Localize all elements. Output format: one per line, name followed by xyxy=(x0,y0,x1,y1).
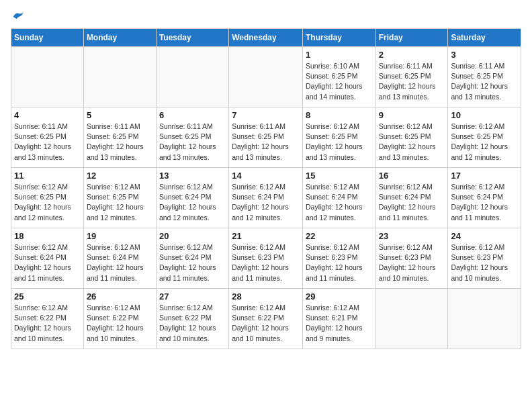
day-number: 18 xyxy=(14,231,81,241)
day-number: 7 xyxy=(232,110,300,120)
day-info: Sunrise: 6:12 AMSunset: 6:24 PMDaylight:… xyxy=(379,182,445,223)
calendar-day-cell: 6Sunrise: 6:11 AMSunset: 6:25 PMDaylight… xyxy=(156,107,228,168)
day-number: 10 xyxy=(451,110,518,120)
day-number: 5 xyxy=(87,110,153,120)
day-number: 2 xyxy=(379,50,445,60)
day-number: 1 xyxy=(306,50,373,60)
day-info: Sunrise: 6:12 AMSunset: 6:22 PMDaylight:… xyxy=(159,303,226,344)
calendar-day-cell: 5Sunrise: 6:11 AMSunset: 6:25 PMDaylight… xyxy=(83,107,156,168)
day-info: Sunrise: 6:12 AMSunset: 6:25 PMDaylight:… xyxy=(379,122,445,163)
day-number: 16 xyxy=(379,171,445,181)
day-info: Sunrise: 6:11 AMSunset: 6:25 PMDaylight:… xyxy=(232,122,300,163)
day-info: Sunrise: 6:12 AMSunset: 6:25 PMDaylight:… xyxy=(306,122,373,163)
calendar-day-cell: 8Sunrise: 6:12 AMSunset: 6:25 PMDaylight… xyxy=(302,107,375,168)
day-info: Sunrise: 6:12 AMSunset: 6:24 PMDaylight:… xyxy=(14,242,81,283)
day-info: Sunrise: 6:11 AMSunset: 6:25 PMDaylight:… xyxy=(379,61,445,102)
logo-bird-icon xyxy=(12,11,26,23)
calendar-day-cell: 18Sunrise: 6:12 AMSunset: 6:24 PMDayligh… xyxy=(11,228,84,289)
day-number: 20 xyxy=(159,231,226,241)
calendar-week-row: 25Sunrise: 6:12 AMSunset: 6:22 PMDayligh… xyxy=(11,289,521,349)
day-number: 6 xyxy=(159,110,226,120)
day-number: 23 xyxy=(379,231,445,241)
day-number: 25 xyxy=(14,291,81,302)
day-info: Sunrise: 6:12 AMSunset: 6:21 PMDaylight:… xyxy=(306,303,373,344)
day-info: Sunrise: 6:11 AMSunset: 6:25 PMDaylight:… xyxy=(451,61,518,102)
day-info: Sunrise: 6:12 AMSunset: 6:22 PMDaylight:… xyxy=(232,303,300,344)
day-info: Sunrise: 6:12 AMSunset: 6:25 PMDaylight:… xyxy=(14,182,81,223)
day-info: Sunrise: 6:11 AMSunset: 6:25 PMDaylight:… xyxy=(159,122,226,163)
calendar-day-cell: 27Sunrise: 6:12 AMSunset: 6:22 PMDayligh… xyxy=(156,289,228,349)
day-info: Sunrise: 6:12 AMSunset: 6:22 PMDaylight:… xyxy=(87,303,153,344)
calendar-day-cell: 12Sunrise: 6:12 AMSunset: 6:25 PMDayligh… xyxy=(83,168,156,228)
day-info: Sunrise: 6:12 AMSunset: 6:24 PMDaylight:… xyxy=(159,182,226,223)
calendar-day-cell: 20Sunrise: 6:12 AMSunset: 6:24 PMDayligh… xyxy=(156,228,228,289)
day-number: 9 xyxy=(379,110,445,120)
days-header-row: SundayMondayTuesdayWednesdayThursdayFrid… xyxy=(11,29,521,47)
calendar-day-cell xyxy=(375,289,448,349)
day-number: 27 xyxy=(159,291,226,302)
day-number: 15 xyxy=(306,171,373,181)
calendar-day-cell: 23Sunrise: 6:12 AMSunset: 6:23 PMDayligh… xyxy=(375,228,448,289)
day-number: 19 xyxy=(87,231,153,241)
calendar-day-cell: 2Sunrise: 6:11 AMSunset: 6:25 PMDaylight… xyxy=(375,47,448,107)
calendar-week-row: 18Sunrise: 6:12 AMSunset: 6:24 PMDayligh… xyxy=(11,228,521,289)
calendar-day-cell xyxy=(11,47,84,107)
calendar-day-cell: 24Sunrise: 6:12 AMSunset: 6:23 PMDayligh… xyxy=(448,228,521,289)
calendar-day-cell: 14Sunrise: 6:12 AMSunset: 6:24 PMDayligh… xyxy=(229,168,303,228)
day-info: Sunrise: 6:12 AMSunset: 6:24 PMDaylight:… xyxy=(451,182,518,223)
day-info: Sunrise: 6:12 AMSunset: 6:24 PMDaylight:… xyxy=(306,182,373,223)
calendar-day-cell xyxy=(229,47,303,107)
calendar-day-cell xyxy=(83,47,156,107)
day-of-week-header: Tuesday xyxy=(156,29,228,47)
calendar-day-cell: 11Sunrise: 6:12 AMSunset: 6:25 PMDayligh… xyxy=(11,168,84,228)
day-info: Sunrise: 6:12 AMSunset: 6:23 PMDaylight:… xyxy=(232,242,300,283)
day-number: 29 xyxy=(306,291,373,302)
day-number: 14 xyxy=(232,171,300,181)
calendar-day-cell xyxy=(448,289,521,349)
day-number: 24 xyxy=(451,231,518,241)
calendar-day-cell: 13Sunrise: 6:12 AMSunset: 6:24 PMDayligh… xyxy=(156,168,228,228)
day-info: Sunrise: 6:12 AMSunset: 6:24 PMDaylight:… xyxy=(87,242,153,283)
day-number: 26 xyxy=(87,291,153,302)
day-info: Sunrise: 6:11 AMSunset: 6:25 PMDaylight:… xyxy=(14,122,81,163)
day-number: 11 xyxy=(14,171,81,181)
day-info: Sunrise: 6:12 AMSunset: 6:24 PMDaylight:… xyxy=(159,242,226,283)
day-info: Sunrise: 6:12 AMSunset: 6:25 PMDaylight:… xyxy=(87,182,153,223)
day-of-week-header: Saturday xyxy=(448,29,521,47)
calendar-day-cell: 16Sunrise: 6:12 AMSunset: 6:24 PMDayligh… xyxy=(375,168,448,228)
calendar-table: SundayMondayTuesdayWednesdayThursdayFrid… xyxy=(11,28,521,349)
logo xyxy=(11,11,26,23)
calendar-week-row: 11Sunrise: 6:12 AMSunset: 6:25 PMDayligh… xyxy=(11,168,521,228)
calendar-day-cell: 19Sunrise: 6:12 AMSunset: 6:24 PMDayligh… xyxy=(83,228,156,289)
day-number: 21 xyxy=(232,231,300,241)
day-number: 3 xyxy=(451,50,518,60)
calendar-day-cell: 28Sunrise: 6:12 AMSunset: 6:22 PMDayligh… xyxy=(229,289,303,349)
day-info: Sunrise: 6:12 AMSunset: 6:25 PMDaylight:… xyxy=(451,122,518,163)
day-number: 28 xyxy=(232,291,300,302)
day-of-week-header: Wednesday xyxy=(229,29,303,47)
day-info: Sunrise: 6:12 AMSunset: 6:23 PMDaylight:… xyxy=(451,242,518,283)
day-info: Sunrise: 6:12 AMSunset: 6:24 PMDaylight:… xyxy=(232,182,300,223)
calendar-day-cell: 3Sunrise: 6:11 AMSunset: 6:25 PMDaylight… xyxy=(448,47,521,107)
calendar-day-cell: 21Sunrise: 6:12 AMSunset: 6:23 PMDayligh… xyxy=(229,228,303,289)
calendar-day-cell xyxy=(156,47,228,107)
day-info: Sunrise: 6:11 AMSunset: 6:25 PMDaylight:… xyxy=(87,122,153,163)
day-number: 4 xyxy=(14,110,81,120)
calendar-day-cell: 29Sunrise: 6:12 AMSunset: 6:21 PMDayligh… xyxy=(302,289,375,349)
calendar-day-cell: 7Sunrise: 6:11 AMSunset: 6:25 PMDaylight… xyxy=(229,107,303,168)
day-info: Sunrise: 6:10 AMSunset: 6:25 PMDaylight:… xyxy=(306,61,373,102)
day-number: 17 xyxy=(451,171,518,181)
day-info: Sunrise: 6:12 AMSunset: 6:23 PMDaylight:… xyxy=(306,242,373,283)
day-of-week-header: Sunday xyxy=(11,29,84,47)
calendar-week-row: 4Sunrise: 6:11 AMSunset: 6:25 PMDaylight… xyxy=(11,107,521,168)
day-number: 13 xyxy=(159,171,226,181)
day-info: Sunrise: 6:12 AMSunset: 6:22 PMDaylight:… xyxy=(14,303,81,344)
calendar-day-cell: 9Sunrise: 6:12 AMSunset: 6:25 PMDaylight… xyxy=(375,107,448,168)
calendar-day-cell: 17Sunrise: 6:12 AMSunset: 6:24 PMDayligh… xyxy=(448,168,521,228)
day-of-week-header: Monday xyxy=(83,29,156,47)
day-number: 12 xyxy=(87,171,153,181)
day-number: 22 xyxy=(306,231,373,241)
calendar-day-cell: 22Sunrise: 6:12 AMSunset: 6:23 PMDayligh… xyxy=(302,228,375,289)
calendar-day-cell: 25Sunrise: 6:12 AMSunset: 6:22 PMDayligh… xyxy=(11,289,84,349)
calendar-week-row: 1Sunrise: 6:10 AMSunset: 6:25 PMDaylight… xyxy=(11,47,521,107)
